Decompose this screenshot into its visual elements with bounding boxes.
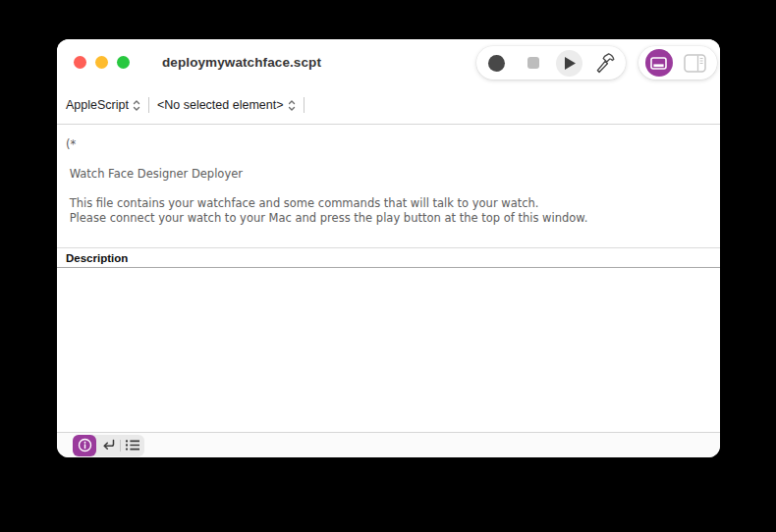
- run-controls-group: [476, 46, 626, 80]
- navbar-divider: [148, 97, 149, 113]
- bundle-contents-icon: [684, 54, 706, 73]
- event-log-list-icon: [125, 439, 140, 452]
- description-content-area[interactable]: [57, 268, 720, 432]
- minimize-button[interactable]: [95, 56, 108, 69]
- run-button[interactable]: [553, 47, 584, 79]
- language-popup[interactable]: AppleScript: [66, 98, 140, 112]
- script-text-area[interactable]: (* Watch Face Designer Deployer This fil…: [57, 125, 720, 247]
- stop-button[interactable]: [518, 47, 549, 79]
- show-accessory-view-button[interactable]: [645, 49, 673, 77]
- bottom-bar: [57, 432, 720, 457]
- compile-hammer-icon: [593, 51, 618, 76]
- description-segment-button[interactable]: [73, 435, 96, 456]
- navigation-bar: AppleScript <No selected element>: [57, 86, 720, 125]
- description-header: Description: [57, 247, 720, 268]
- accessory-view-segmented-control: [73, 435, 144, 456]
- traffic-lights: [74, 56, 130, 69]
- stop-icon: [527, 57, 539, 69]
- zoom-button[interactable]: [117, 56, 130, 69]
- close-button[interactable]: [74, 56, 86, 69]
- info-icon: [78, 438, 92, 452]
- view-toggles-group: [638, 46, 717, 80]
- accessory-view-icon: [650, 57, 667, 70]
- event-log-segment-button[interactable]: [121, 435, 144, 456]
- title-bar: deploymywatchface.scpt: [57, 39, 720, 86]
- navbar-divider: [304, 97, 305, 113]
- element-popup[interactable]: <No selected element>: [157, 98, 296, 112]
- script-editor-window: deploymywatchface.scpt: [57, 39, 720, 457]
- popup-chevrons-icon: [288, 99, 296, 112]
- show-bundle-contents-button[interactable]: [679, 47, 710, 79]
- result-segment-button[interactable]: [96, 435, 120, 456]
- window-title: deploymywatchface.scpt: [162, 39, 321, 86]
- description-header-label: Description: [66, 252, 128, 264]
- record-icon: [488, 55, 505, 72]
- element-popup-label: <No selected element>: [157, 98, 284, 112]
- language-popup-label: AppleScript: [66, 98, 129, 112]
- compile-button[interactable]: [589, 47, 621, 79]
- record-button[interactable]: [481, 47, 513, 79]
- return-arrow-icon: [101, 439, 116, 452]
- play-icon: [556, 50, 582, 77]
- popup-chevrons-icon: [133, 99, 140, 112]
